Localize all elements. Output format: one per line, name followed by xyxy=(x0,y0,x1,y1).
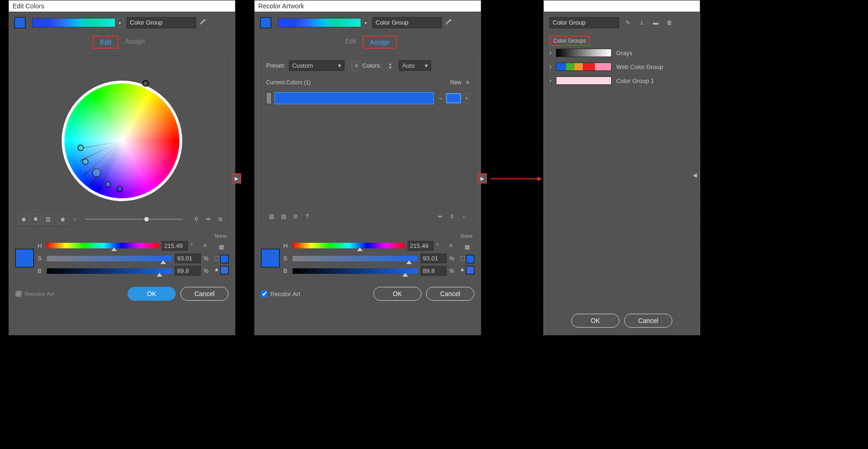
websafe-swatch[interactable] xyxy=(466,255,474,263)
active-color-swatch[interactable] xyxy=(14,17,26,28)
bri-input[interactable]: 89.8 xyxy=(175,266,201,276)
color-group-name-input[interactable]: Color Group xyxy=(372,17,442,28)
new-color-swatch[interactable] xyxy=(446,93,461,103)
hue-input[interactable]: 215.49 xyxy=(408,241,434,251)
ok-button[interactable]: OK xyxy=(373,287,421,301)
exclude-row-icon[interactable]: ⊘ xyxy=(290,211,300,221)
wheel-mode-bars-icon[interactable]: ▥ xyxy=(43,214,53,224)
bri-input[interactable]: 89.8 xyxy=(421,266,447,276)
merge-row-icon[interactable]: ▥ xyxy=(266,211,276,221)
brightness-slider[interactable] xyxy=(85,219,183,220)
color-group-name-input[interactable]: Color Group xyxy=(549,17,619,28)
websafe-swatch[interactable] xyxy=(220,255,229,263)
sort-hue-icon[interactable]: ⇔ xyxy=(435,211,445,221)
tab-edit[interactable]: Edit xyxy=(93,36,119,49)
hue-slider[interactable] xyxy=(47,243,159,248)
color-grid-icon[interactable]: ▦ xyxy=(462,242,472,252)
color-group-row[interactable]: › Grays xyxy=(544,46,700,60)
tab-edit[interactable]: Edit xyxy=(338,36,363,49)
sat-input[interactable]: 93.01 xyxy=(421,253,447,263)
preset-options-icon[interactable]: ⋮≡ xyxy=(348,61,358,71)
preset-dropdown[interactable]: Custom▾ xyxy=(289,60,345,71)
warn-icon: ▲ xyxy=(214,266,219,274)
edit-group-icon[interactable]: ✎ xyxy=(623,18,633,28)
hsb-menu-icon[interactable]: ≡ xyxy=(200,240,210,251)
active-color-swatch[interactable] xyxy=(260,17,271,28)
add-color-icon[interactable]: ⚲ xyxy=(191,214,201,224)
assign-area: Preset: Custom▾ ⋮≡ Colors: ▴▾ Auto▾ Curr… xyxy=(261,55,474,227)
chevron-right-icon[interactable]: › xyxy=(549,63,551,70)
chevron-right-icon[interactable]: › xyxy=(549,50,551,56)
degree-unit: ° xyxy=(436,242,443,249)
cube-icon: ⬚ xyxy=(460,255,465,263)
hue-slider[interactable] xyxy=(293,243,405,248)
annotation-arrow xyxy=(491,178,542,179)
new-color-dropdown[interactable]: ▾ xyxy=(464,93,469,103)
recolor-art-checkbox[interactable]: Recolor Art xyxy=(261,291,300,297)
color-group-dropdown[interactable]: ▾ xyxy=(361,18,370,28)
bri-slider[interactable] xyxy=(293,268,418,274)
ok-button[interactable]: OK xyxy=(128,287,176,301)
sat-label: S xyxy=(283,255,290,262)
assign-menu-icon[interactable]: ≡ xyxy=(466,79,469,86)
color-group-row[interactable]: › Web Color Group xyxy=(544,60,700,74)
wheel-mode-smooth-icon[interactable]: ◉ xyxy=(19,214,29,224)
color-wheel[interactable] xyxy=(62,81,182,201)
brightness-toggle-light-icon[interactable]: ○ xyxy=(70,214,80,224)
color-group-swatches[interactable] xyxy=(278,18,361,27)
remove-color-icon[interactable]: ⚮ xyxy=(203,214,213,224)
current-colors-label: Current Colors (1) xyxy=(266,79,311,86)
none-label: None xyxy=(460,233,472,239)
colors-dropdown[interactable]: Auto▾ xyxy=(399,60,431,71)
save-group-icon[interactable]: ⤓ xyxy=(637,18,647,28)
color-group-row[interactable]: › Color Group 1 xyxy=(544,74,700,88)
color-group-name-input[interactable]: Color Group xyxy=(127,17,196,28)
cancel-button[interactable]: Cancel xyxy=(180,287,229,301)
current-color-swatch[interactable] xyxy=(261,249,280,267)
current-color-bar[interactable] xyxy=(274,92,434,104)
bri-slider[interactable] xyxy=(47,268,172,274)
color-grid-icon[interactable]: ▦ xyxy=(216,242,226,252)
hue-input[interactable]: 215.49 xyxy=(162,241,188,251)
group-swatch-strip xyxy=(556,49,612,57)
recolor-art-checkbox[interactable]: Recolor Art xyxy=(15,291,54,297)
preset-label: Preset: xyxy=(266,62,285,69)
color-groups-header: Color Groups xyxy=(549,36,590,46)
sort-lightness-icon[interactable]: ⇕ xyxy=(447,211,457,221)
expand-panel-icon[interactable]: ▶ xyxy=(232,173,241,183)
collapse-panel-icon[interactable]: ◀ xyxy=(693,172,697,178)
hsb-menu-icon[interactable]: ≡ xyxy=(446,240,456,251)
color-group-swatches[interactable] xyxy=(32,18,115,27)
eyedropper-icon[interactable] xyxy=(199,19,206,26)
degree-unit: ° xyxy=(191,242,197,249)
sat-label: S xyxy=(38,255,44,262)
folder-icon[interactable]: ▬ xyxy=(651,18,661,28)
current-color-swatch[interactable] xyxy=(15,249,34,267)
chevron-right-icon[interactable]: › xyxy=(549,77,551,84)
cancel-button[interactable]: Cancel xyxy=(624,314,672,328)
eyedropper-icon[interactable] xyxy=(445,19,452,26)
separate-row-icon[interactable]: ▤ xyxy=(278,211,288,221)
pct-unit: % xyxy=(204,255,210,262)
color-group-dropdown[interactable]: ▾ xyxy=(115,18,124,28)
new-row-icon[interactable]: ⤒ xyxy=(302,211,313,221)
colors-stepper-icon[interactable]: ▴▾ xyxy=(385,61,395,71)
ok-button[interactable]: OK xyxy=(571,314,619,328)
tab-assign[interactable]: Assign xyxy=(363,36,397,49)
gamut-swatch[interactable] xyxy=(466,266,474,274)
cancel-button[interactable]: Cancel xyxy=(426,287,474,301)
expand-panel-icon[interactable]: ▶ xyxy=(478,173,487,183)
brightness-toggle-dark-icon[interactable]: ◉ xyxy=(57,214,68,224)
trash-icon[interactable]: 🗑 xyxy=(664,18,675,28)
sat-input[interactable]: 93.01 xyxy=(175,253,201,263)
sat-slider[interactable] xyxy=(47,256,172,261)
link-harmony-icon[interactable]: ⧉ xyxy=(215,214,225,224)
tab-assign[interactable]: Assign xyxy=(119,36,151,49)
row-handle[interactable] xyxy=(266,92,272,104)
sat-slider[interactable] xyxy=(293,256,418,261)
gamut-swatch[interactable] xyxy=(220,266,229,274)
bri-label: B xyxy=(283,267,290,274)
wheel-mode-segment-icon[interactable]: ✱ xyxy=(31,214,41,224)
find-in-art-icon[interactable]: ⌕ xyxy=(459,211,469,221)
warn-icon: ▲ xyxy=(460,266,465,274)
